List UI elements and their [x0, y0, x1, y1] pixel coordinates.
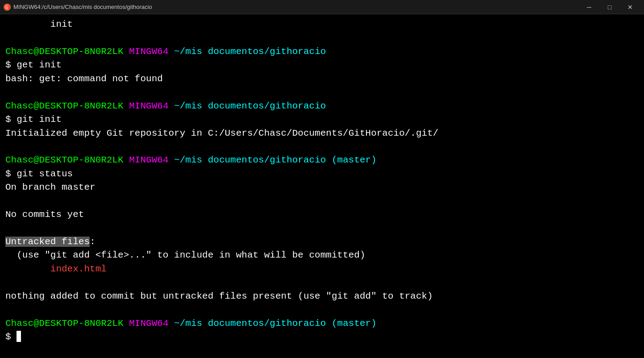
output-no-commits: No commits yet: [5, 208, 639, 221]
prompt-branch-4: (master): [332, 317, 377, 330]
blank-line-6: [5, 276, 639, 289]
prompt-space-5: [124, 154, 129, 167]
close-button[interactable]: ✕: [620, 0, 640, 14]
untracked-highlight: Untracked files: [5, 237, 90, 247]
prompt-line-3: Chasc@DESKTOP-8N0R2LK MINGW64 ~/mis docu…: [5, 154, 639, 167]
prompt-space-3: [124, 100, 129, 113]
prompt-space-7: [326, 154, 332, 167]
prompt-line-4: Chasc@DESKTOP-8N0R2LK MINGW64 ~/mis docu…: [5, 317, 639, 330]
terminal-output-init: init: [5, 18, 639, 31]
prompt-branch-3: (master): [332, 154, 377, 167]
terminal-body[interactable]: init Chasc@DESKTOP-8N0R2LK MINGW64 ~/mis…: [0, 14, 644, 358]
window-controls: ─ □ ✕: [579, 0, 640, 14]
prompt-line-2: Chasc@DESKTOP-8N0R2LK MINGW64 ~/mis docu…: [5, 100, 639, 113]
minimize-button[interactable]: ─: [579, 0, 599, 14]
blank-line-1: [5, 31, 639, 45]
output-initialized: Initialized empty Git repository in C:/U…: [5, 127, 639, 140]
title-bar-left: G MINGW64:/c/Users/Chasc/mis documentos/…: [4, 4, 152, 11]
prompt-user-3: Chasc@DESKTOP-8N0R2LK: [5, 154, 124, 167]
prompt-space-4: [168, 100, 174, 113]
blank-line-7: [5, 303, 639, 316]
cmd-git-init: $ git init: [5, 113, 639, 126]
output-on-branch: On branch master: [5, 181, 639, 194]
prompt-space-1: [124, 45, 129, 58]
output-untracked-files: Untracked files:: [5, 235, 639, 249]
prompt-space-9: [168, 317, 174, 330]
prompt-space-2: [168, 45, 174, 58]
cmd-git-status: $ git status: [5, 167, 639, 181]
prompt-space-10: [326, 317, 332, 330]
cmd-get-init: $ get init: [5, 58, 639, 72]
prompt-path-4: ~/mis documentos/githoracio: [174, 317, 326, 330]
prompt-shell-4: MINGW64: [129, 317, 168, 330]
terminal-cursor: [17, 331, 21, 342]
prompt-user-4: Chasc@DESKTOP-8N0R2LK: [5, 317, 124, 330]
prompt-space-6: [168, 154, 174, 167]
output-nothing-added: nothing added to commit but untracked fi…: [5, 290, 639, 303]
prompt-path-2: ~/mis documentos/githoracio: [174, 100, 326, 113]
prompt-user-1: Chasc@DESKTOP-8N0R2LK: [5, 45, 124, 58]
prompt-shell-1: MINGW64: [129, 45, 168, 58]
blank-line-2: [5, 86, 639, 99]
output-index-html: index.html: [5, 262, 639, 276]
title-bar: G MINGW64:/c/Users/Chasc/mis documentos/…: [0, 0, 644, 14]
app-icon: G: [4, 4, 11, 11]
prompt-shell-2: MINGW64: [129, 100, 168, 113]
prompt-space-8: [124, 317, 129, 330]
output-use-git-add: (use "git add <file>..." to include in w…: [5, 249, 639, 262]
output-not-found: bash: get: command not found: [5, 72, 639, 86]
prompt-shell-3: MINGW64: [129, 154, 168, 167]
blank-line-4: [5, 195, 639, 208]
blank-line-5: [5, 222, 639, 235]
terminal-window: G MINGW64:/c/Users/Chasc/mis documentos/…: [0, 0, 644, 358]
maximize-button[interactable]: □: [599, 0, 620, 14]
window-title: MINGW64:/c/Users/Chasc/mis documentos/gi…: [13, 4, 152, 10]
prompt-user-2: Chasc@DESKTOP-8N0R2LK: [5, 100, 124, 113]
prompt-path-1: ~/mis documentos/githoracio: [174, 45, 326, 58]
blank-line-3: [5, 140, 639, 154]
prompt-path-3: ~/mis documentos/githoracio: [174, 154, 326, 167]
current-input-line[interactable]: $: [5, 330, 639, 344]
prompt-line-1: Chasc@DESKTOP-8N0R2LK MINGW64 ~/mis docu…: [5, 45, 639, 58]
svg-text:G: G: [5, 5, 8, 10]
